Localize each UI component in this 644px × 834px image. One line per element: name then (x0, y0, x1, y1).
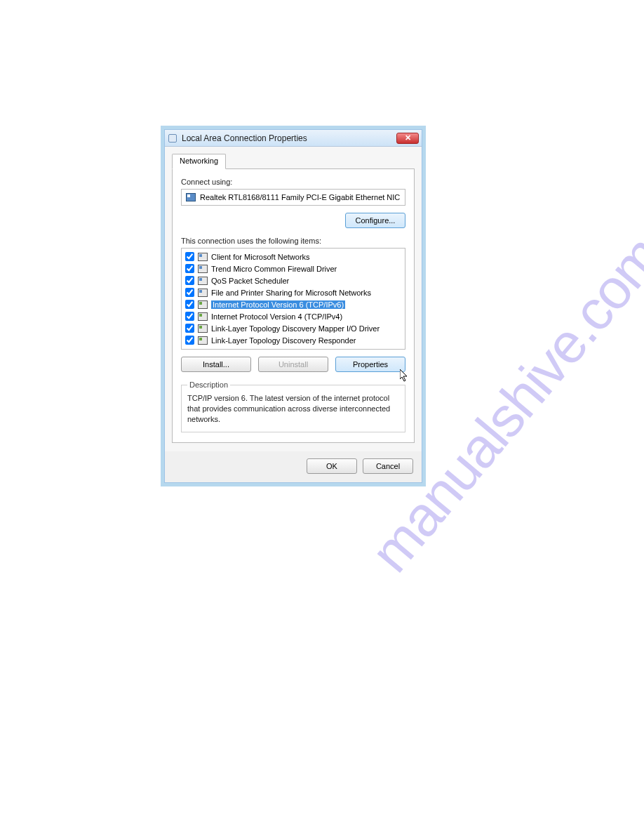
description-text: TCP/IP version 6. The latest version of … (187, 393, 399, 425)
items-label: This connection uses the following items… (181, 237, 405, 245)
window-title: Local Area Connection Properties (182, 133, 307, 143)
close-button[interactable]: ✕ (396, 133, 419, 144)
nic-icon (186, 193, 196, 201)
protocol-icon (198, 312, 208, 321)
adapter-name: Realtek RTL8168/8111 Family PCI-E Gigabi… (200, 193, 400, 201)
item-label: Link-Layer Topology Discovery Responder (211, 336, 356, 345)
tab-networking[interactable]: Networking (172, 154, 226, 169)
list-item[interactable]: Link-Layer Topology Discovery Responder (185, 334, 402, 346)
configure-button[interactable]: Configure... (345, 213, 405, 228)
list-item[interactable]: Client for Microsoft Networks (185, 251, 402, 263)
connection-items-list[interactable]: Client for Microsoft NetworksTrend Micro… (181, 248, 405, 350)
item-checkbox[interactable] (185, 336, 194, 345)
item-checkbox[interactable] (185, 276, 194, 285)
titlebar[interactable]: Local Area Connection Properties ✕ (165, 130, 422, 147)
window-icon (168, 133, 177, 143)
list-item[interactable]: Link-Layer Topology Discovery Mapper I/O… (185, 322, 402, 334)
protocol-icon (198, 336, 208, 345)
list-item[interactable]: File and Printer Sharing for Microsoft N… (185, 286, 402, 298)
protocol-icon (198, 300, 208, 309)
install-button[interactable]: Install... (181, 357, 251, 372)
item-checkbox[interactable] (185, 312, 194, 321)
adapter-field[interactable]: Realtek RTL8168/8111 Family PCI-E Gigabi… (181, 189, 405, 206)
client-area: Networking Connect using: Realtek RTL816… (165, 147, 422, 451)
list-item[interactable]: QoS Packet Scheduler (185, 274, 402, 286)
list-item[interactable]: Trend Micro Common Firewall Driver (185, 263, 402, 274)
item-checkbox[interactable] (185, 264, 194, 273)
item-label: Client for Microsoft Networks (211, 253, 310, 261)
component-icon (198, 277, 208, 285)
protocol-icon (198, 324, 208, 333)
properties-button[interactable]: Properties (335, 357, 405, 372)
item-checkbox[interactable] (185, 252, 194, 261)
tabstrip: Networking (172, 152, 415, 169)
cancel-button[interactable]: Cancel (363, 458, 413, 474)
component-icon (198, 253, 208, 261)
component-icon (198, 289, 208, 297)
dialog-footer: OK Cancel (165, 451, 422, 482)
tab-panel: Connect using: Realtek RTL8168/8111 Fami… (172, 168, 415, 443)
item-label: Internet Protocol Version 6 (TCP/IPv6) (211, 300, 345, 309)
component-icon (198, 265, 208, 273)
description-group: Description TCP/IP version 6. The latest… (181, 380, 405, 432)
item-label: File and Printer Sharing for Microsoft N… (211, 289, 371, 297)
item-checkbox[interactable] (185, 324, 194, 333)
item-label: Trend Micro Common Firewall Driver (211, 265, 337, 273)
dialog-local-area-connection-properties: Local Area Connection Properties ✕ Netwo… (164, 129, 422, 483)
item-checkbox[interactable] (185, 288, 194, 297)
item-label: QoS Packet Scheduler (211, 277, 289, 285)
item-label: Link-Layer Topology Discovery Mapper I/O… (211, 324, 380, 333)
list-item[interactable]: Internet Protocol Version 4 (TCP/IPv4) (185, 310, 402, 322)
connect-using-label: Connect using: (181, 178, 405, 186)
item-checkbox[interactable] (185, 300, 194, 309)
list-item[interactable]: Internet Protocol Version 6 (TCP/IPv6) (185, 298, 402, 310)
item-label: Internet Protocol Version 4 (TCP/IPv4) (211, 312, 342, 321)
uninstall-button[interactable]: Uninstall (258, 357, 328, 372)
ok-button[interactable]: OK (307, 458, 357, 474)
close-icon: ✕ (405, 134, 411, 142)
description-legend: Description (187, 380, 230, 389)
